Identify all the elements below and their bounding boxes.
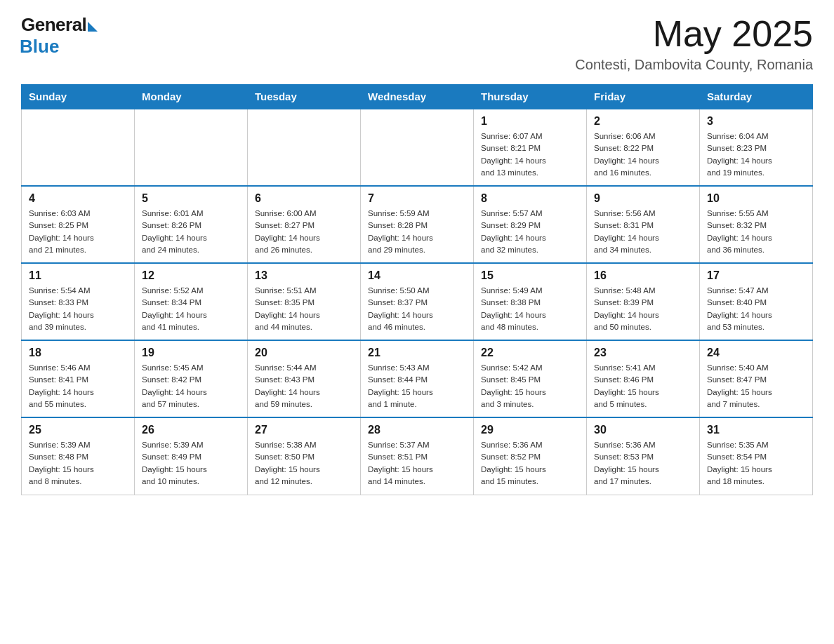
- calendar-cell: 18Sunrise: 5:46 AM Sunset: 8:41 PM Dayli…: [22, 340, 135, 417]
- day-info: Sunrise: 5:46 AM Sunset: 8:41 PM Dayligh…: [29, 362, 127, 410]
- calendar-cell: 9Sunrise: 5:56 AM Sunset: 8:31 PM Daylig…: [587, 186, 700, 263]
- day-number: 28: [368, 424, 466, 436]
- day-number: 19: [142, 347, 240, 359]
- day-number: 24: [707, 347, 805, 359]
- calendar-cell: 24Sunrise: 5:40 AM Sunset: 8:47 PM Dayli…: [700, 340, 813, 417]
- day-number: 11: [29, 269, 127, 282]
- calendar-cell: 23Sunrise: 5:41 AM Sunset: 8:46 PM Dayli…: [587, 340, 700, 417]
- day-info: Sunrise: 5:45 AM Sunset: 8:42 PM Dayligh…: [142, 362, 240, 410]
- day-info: Sunrise: 5:44 AM Sunset: 8:43 PM Dayligh…: [255, 362, 353, 410]
- calendar-cell: 28Sunrise: 5:37 AM Sunset: 8:51 PM Dayli…: [361, 417, 474, 495]
- day-info: Sunrise: 5:51 AM Sunset: 8:35 PM Dayligh…: [255, 285, 353, 333]
- day-number: 3: [707, 115, 805, 128]
- calendar-cell: 3Sunrise: 6:04 AM Sunset: 8:23 PM Daylig…: [700, 109, 813, 186]
- logo: General Blue: [21, 14, 98, 58]
- calendar-cell: 14Sunrise: 5:50 AM Sunset: 8:37 PM Dayli…: [361, 263, 474, 340]
- calendar-cell: 1Sunrise: 6:07 AM Sunset: 8:21 PM Daylig…: [474, 109, 587, 186]
- day-info: Sunrise: 5:49 AM Sunset: 8:38 PM Dayligh…: [481, 285, 579, 333]
- column-header-wednesday: Wednesday: [361, 85, 474, 109]
- title-section: May 2025 Contesti, Dambovita County, Rom…: [575, 14, 813, 73]
- day-number: 7: [368, 192, 466, 205]
- day-info: Sunrise: 6:04 AM Sunset: 8:23 PM Dayligh…: [707, 130, 805, 179]
- calendar-cell: 5Sunrise: 6:01 AM Sunset: 8:26 PM Daylig…: [135, 186, 248, 263]
- day-info: Sunrise: 5:50 AM Sunset: 8:37 PM Dayligh…: [368, 285, 466, 333]
- calendar-cell: 12Sunrise: 5:52 AM Sunset: 8:34 PM Dayli…: [135, 263, 248, 340]
- logo-general-text: General: [21, 14, 86, 36]
- day-info: Sunrise: 5:43 AM Sunset: 8:44 PM Dayligh…: [368, 362, 466, 410]
- day-number: 25: [29, 424, 127, 436]
- calendar-cell: [22, 109, 135, 186]
- day-number: 31: [707, 424, 805, 436]
- day-info: Sunrise: 5:56 AM Sunset: 8:31 PM Dayligh…: [594, 208, 692, 256]
- day-number: 20: [255, 347, 353, 359]
- calendar-cell: 31Sunrise: 5:35 AM Sunset: 8:54 PM Dayli…: [700, 417, 813, 495]
- calendar-week-row: 11Sunrise: 5:54 AM Sunset: 8:33 PM Dayli…: [22, 263, 813, 340]
- calendar-cell: 11Sunrise: 5:54 AM Sunset: 8:33 PM Dayli…: [22, 263, 135, 340]
- day-number: 12: [142, 269, 240, 282]
- calendar-cell: [248, 109, 361, 186]
- day-number: 5: [142, 192, 240, 205]
- day-info: Sunrise: 5:37 AM Sunset: 8:51 PM Dayligh…: [368, 439, 466, 488]
- day-info: Sunrise: 5:39 AM Sunset: 8:49 PM Dayligh…: [142, 439, 240, 488]
- day-number: 14: [368, 269, 466, 282]
- calendar-cell: 30Sunrise: 5:36 AM Sunset: 8:53 PM Dayli…: [587, 417, 700, 495]
- calendar-cell: 7Sunrise: 5:59 AM Sunset: 8:28 PM Daylig…: [361, 186, 474, 263]
- day-info: Sunrise: 5:55 AM Sunset: 8:32 PM Dayligh…: [707, 208, 805, 256]
- location-subtitle: Contesti, Dambovita County, Romania: [575, 57, 813, 73]
- column-header-monday: Monday: [135, 85, 248, 109]
- day-number: 4: [29, 192, 127, 205]
- day-info: Sunrise: 6:01 AM Sunset: 8:26 PM Dayligh…: [142, 208, 240, 256]
- day-info: Sunrise: 6:00 AM Sunset: 8:27 PM Dayligh…: [255, 208, 353, 256]
- page-header: General Blue May 2025 Contesti, Dambovit…: [21, 14, 813, 73]
- logo-blue-text: Blue: [20, 36, 59, 58]
- calendar-cell: 29Sunrise: 5:36 AM Sunset: 8:52 PM Dayli…: [474, 417, 587, 495]
- day-info: Sunrise: 6:07 AM Sunset: 8:21 PM Dayligh…: [481, 130, 579, 179]
- calendar-cell: [135, 109, 248, 186]
- day-number: 9: [594, 192, 692, 205]
- calendar-cell: 4Sunrise: 6:03 AM Sunset: 8:25 PM Daylig…: [22, 186, 135, 263]
- day-number: 16: [594, 269, 692, 282]
- logo-triangle-icon: [88, 22, 98, 32]
- day-info: Sunrise: 6:06 AM Sunset: 8:22 PM Dayligh…: [594, 130, 692, 179]
- day-info: Sunrise: 5:36 AM Sunset: 8:52 PM Dayligh…: [481, 439, 579, 488]
- day-number: 29: [481, 424, 579, 436]
- day-info: Sunrise: 5:54 AM Sunset: 8:33 PM Dayligh…: [29, 285, 127, 333]
- day-number: 1: [481, 115, 579, 128]
- day-info: Sunrise: 5:35 AM Sunset: 8:54 PM Dayligh…: [707, 439, 805, 488]
- day-number: 17: [707, 269, 805, 282]
- month-year-title: May 2025: [575, 14, 813, 54]
- day-info: Sunrise: 5:41 AM Sunset: 8:46 PM Dayligh…: [594, 362, 692, 410]
- day-number: 27: [255, 424, 353, 436]
- day-number: 22: [481, 347, 579, 359]
- calendar-table: SundayMondayTuesdayWednesdayThursdayFrid…: [21, 84, 813, 495]
- calendar-cell: 6Sunrise: 6:00 AM Sunset: 8:27 PM Daylig…: [248, 186, 361, 263]
- day-number: 6: [255, 192, 353, 205]
- day-number: 13: [255, 269, 353, 282]
- day-number: 21: [368, 347, 466, 359]
- day-number: 8: [481, 192, 579, 205]
- day-number: 10: [707, 192, 805, 205]
- day-info: Sunrise: 6:03 AM Sunset: 8:25 PM Dayligh…: [29, 208, 127, 256]
- calendar-week-row: 1Sunrise: 6:07 AM Sunset: 8:21 PM Daylig…: [22, 109, 813, 186]
- calendar-cell: 2Sunrise: 6:06 AM Sunset: 8:22 PM Daylig…: [587, 109, 700, 186]
- calendar-cell: 15Sunrise: 5:49 AM Sunset: 8:38 PM Dayli…: [474, 263, 587, 340]
- calendar-week-row: 4Sunrise: 6:03 AM Sunset: 8:25 PM Daylig…: [22, 186, 813, 263]
- calendar-cell: 17Sunrise: 5:47 AM Sunset: 8:40 PM Dayli…: [700, 263, 813, 340]
- day-info: Sunrise: 5:39 AM Sunset: 8:48 PM Dayligh…: [29, 439, 127, 488]
- calendar-cell: 20Sunrise: 5:44 AM Sunset: 8:43 PM Dayli…: [248, 340, 361, 417]
- day-number: 2: [594, 115, 692, 128]
- day-info: Sunrise: 5:42 AM Sunset: 8:45 PM Dayligh…: [481, 362, 579, 410]
- calendar-cell: [361, 109, 474, 186]
- day-info: Sunrise: 5:48 AM Sunset: 8:39 PM Dayligh…: [594, 285, 692, 333]
- day-number: 15: [481, 269, 579, 282]
- day-number: 18: [29, 347, 127, 359]
- column-header-sunday: Sunday: [22, 85, 135, 109]
- column-header-thursday: Thursday: [474, 85, 587, 109]
- calendar-cell: 26Sunrise: 5:39 AM Sunset: 8:49 PM Dayli…: [135, 417, 248, 495]
- calendar-week-row: 18Sunrise: 5:46 AM Sunset: 8:41 PM Dayli…: [22, 340, 813, 417]
- calendar-cell: 27Sunrise: 5:38 AM Sunset: 8:50 PM Dayli…: [248, 417, 361, 495]
- column-header-friday: Friday: [587, 85, 700, 109]
- calendar-cell: 16Sunrise: 5:48 AM Sunset: 8:39 PM Dayli…: [587, 263, 700, 340]
- day-info: Sunrise: 5:38 AM Sunset: 8:50 PM Dayligh…: [255, 439, 353, 488]
- day-info: Sunrise: 5:40 AM Sunset: 8:47 PM Dayligh…: [707, 362, 805, 410]
